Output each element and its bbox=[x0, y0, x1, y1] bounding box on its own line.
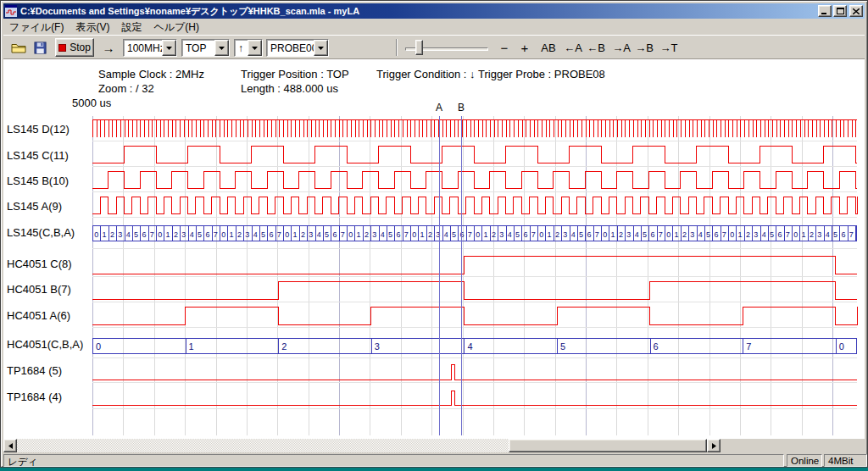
trigger-edge-select[interactable]: ↑ bbox=[234, 39, 263, 57]
set-cursor-a-button[interactable]: →A bbox=[610, 38, 632, 57]
arrow-right-icon bbox=[712, 443, 716, 449]
close-button[interactable] bbox=[849, 5, 863, 17]
open-file-button[interactable] bbox=[8, 38, 29, 57]
statusbar: レディ Online 4MBit bbox=[3, 454, 865, 467]
menu-view[interactable]: 表示(V) bbox=[70, 19, 115, 36]
trigger-edge-value: ↑ bbox=[235, 40, 248, 56]
run-button[interactable]: → bbox=[98, 38, 119, 57]
status-memory: 4MBit bbox=[824, 454, 867, 467]
status-ready: レディ bbox=[3, 454, 784, 467]
trigger-position-value: TOP bbox=[182, 40, 214, 56]
arrow-left-icon bbox=[8, 443, 13, 449]
ab-range-button[interactable]: AB bbox=[537, 38, 559, 57]
goto-cursor-a-button[interactable]: ←A bbox=[562, 38, 584, 57]
zoom-slider-thumb[interactable] bbox=[415, 40, 423, 55]
goto-trigger-button[interactable]: →T bbox=[658, 38, 680, 57]
dropdown-arrow-icon[interactable] bbox=[314, 40, 328, 56]
sample-clock-select[interactable]: 100MHz bbox=[123, 39, 177, 57]
dropdown-arrow-icon[interactable] bbox=[162, 40, 176, 56]
trigger-position-select[interactable]: TOP bbox=[181, 39, 230, 57]
sample-clock-value: 100MHz bbox=[124, 40, 162, 56]
menu-help[interactable]: ヘルプ(H) bbox=[147, 19, 205, 36]
dropdown-arrow-icon[interactable] bbox=[248, 40, 262, 56]
goto-cursor-b-button[interactable]: ←B bbox=[585, 38, 607, 57]
zoom-out-button[interactable]: − bbox=[495, 38, 514, 57]
toolbar: Stop → 100MHz TOP ↑ PROBE00 bbox=[3, 35, 865, 58]
titlebar: C:¥Documents and Settings¥noname¥デスクトップ¥… bbox=[3, 3, 865, 19]
minimize-button[interactable] bbox=[818, 5, 832, 17]
dropdown-arrow-icon[interactable] bbox=[214, 40, 229, 56]
window-title: C:¥Documents and Settings¥noname¥デスクトップ¥… bbox=[20, 5, 816, 18]
menu-file[interactable]: ファイル(F) bbox=[3, 19, 70, 36]
floppy-icon bbox=[34, 42, 47, 54]
stop-label: Stop bbox=[70, 42, 91, 53]
horizontal-scrollbar[interactable] bbox=[3, 439, 721, 452]
stop-icon bbox=[58, 44, 66, 52]
open-folder-icon bbox=[11, 42, 26, 53]
trigger-probe-value: PROBE00 bbox=[267, 40, 314, 56]
toolbar-separator bbox=[396, 39, 398, 56]
waveform-panel bbox=[3, 58, 865, 439]
scroll-left-button[interactable] bbox=[3, 439, 17, 452]
menu-settings[interactable]: 設定 bbox=[115, 19, 147, 36]
app-window: C:¥Documents and Settings¥noname¥デスクトップ¥… bbox=[0, 0, 868, 468]
stop-button[interactable]: Stop bbox=[55, 38, 94, 57]
zoom-in-button[interactable]: + bbox=[515, 38, 534, 57]
status-online: Online bbox=[787, 454, 822, 467]
trigger-probe-select[interactable]: PROBE00 bbox=[266, 39, 329, 57]
menubar: ファイル(F) 表示(V) 設定 ヘルプ(H) bbox=[3, 19, 865, 35]
scroll-right-button[interactable] bbox=[707, 439, 721, 452]
app-icon bbox=[5, 5, 17, 17]
save-file-button[interactable] bbox=[30, 38, 50, 57]
window-controls bbox=[816, 5, 863, 17]
set-cursor-b-button[interactable]: →B bbox=[633, 38, 655, 57]
maximize-button[interactable] bbox=[833, 5, 847, 17]
scrollbar-thumb[interactable] bbox=[509, 439, 707, 452]
